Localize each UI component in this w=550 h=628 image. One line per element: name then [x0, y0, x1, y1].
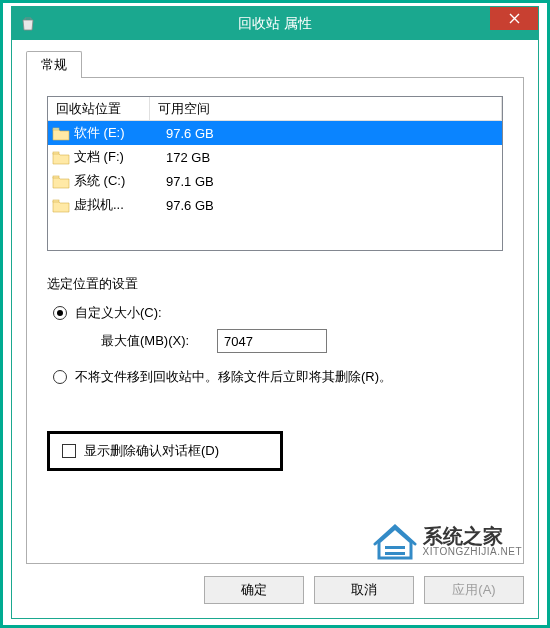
button-row: 确定 取消 应用(A) [12, 564, 538, 618]
drive-space: 97.6 GB [164, 198, 498, 213]
drive-row[interactable]: 文档 (F:)172 GB [48, 145, 502, 169]
max-size-label: 最大值(MB)(X): [101, 332, 189, 350]
drive-space: 172 GB [164, 150, 498, 165]
highlight-box: 显示删除确认对话框(D) [47, 431, 283, 471]
checkbox-confirm-label: 显示删除确认对话框(D) [84, 442, 219, 460]
tab-panel: 回收站位置 可用空间 软件 (E:)97.6 GB文档 (F:)172 GB系统… [26, 77, 524, 564]
drive-space: 97.1 GB [164, 174, 498, 189]
close-button[interactable] [490, 7, 538, 30]
folder-icon [52, 126, 70, 141]
titlebar[interactable]: 回收站 属性 [12, 7, 538, 40]
svg-rect-3 [53, 200, 59, 202]
apply-button[interactable]: 应用(A) [424, 576, 524, 604]
tab-general[interactable]: 常规 [26, 51, 82, 78]
cancel-button[interactable]: 取消 [314, 576, 414, 604]
drive-row[interactable]: 虚拟机...97.6 GB [48, 193, 502, 217]
drive-row[interactable]: 系统 (C:)97.1 GB [48, 169, 502, 193]
drive-name: 系统 (C:) [74, 172, 164, 190]
radio-skip-label: 不将文件移到回收站中。移除文件后立即将其删除(R)。 [75, 367, 392, 387]
svg-rect-1 [53, 152, 59, 154]
radio-custom-size[interactable] [53, 306, 67, 320]
folder-icon [52, 174, 70, 189]
window-title: 回收站 属性 [12, 15, 538, 33]
radio-custom-label: 自定义大小(C): [75, 303, 162, 323]
drive-row[interactable]: 软件 (E:)97.6 GB [48, 121, 502, 145]
drive-space: 97.6 GB [164, 126, 498, 141]
svg-rect-0 [53, 128, 59, 130]
drive-list[interactable]: 回收站位置 可用空间 软件 (E:)97.6 GB文档 (F:)172 GB系统… [47, 96, 503, 251]
radio-skip-recycle[interactable] [53, 370, 67, 384]
settings-label: 选定位置的设置 [47, 275, 503, 293]
folder-icon [52, 198, 70, 213]
close-icon [509, 11, 520, 27]
checkbox-confirm-delete[interactable] [62, 444, 76, 458]
column-space[interactable]: 可用空间 [150, 97, 502, 121]
max-size-input[interactable] [217, 329, 327, 353]
folder-icon [52, 150, 70, 165]
drive-name: 软件 (E:) [74, 124, 164, 142]
svg-rect-2 [53, 176, 59, 178]
drive-name: 文档 (F:) [74, 148, 164, 166]
recycle-bin-icon [20, 16, 36, 32]
dialog-window: 回收站 属性 常规 回收站位置 可用空间 软件 (E:)97.6 GB文档 (F… [11, 6, 539, 619]
column-location[interactable]: 回收站位置 [48, 97, 150, 121]
drive-name: 虚拟机... [74, 196, 164, 214]
ok-button[interactable]: 确定 [204, 576, 304, 604]
